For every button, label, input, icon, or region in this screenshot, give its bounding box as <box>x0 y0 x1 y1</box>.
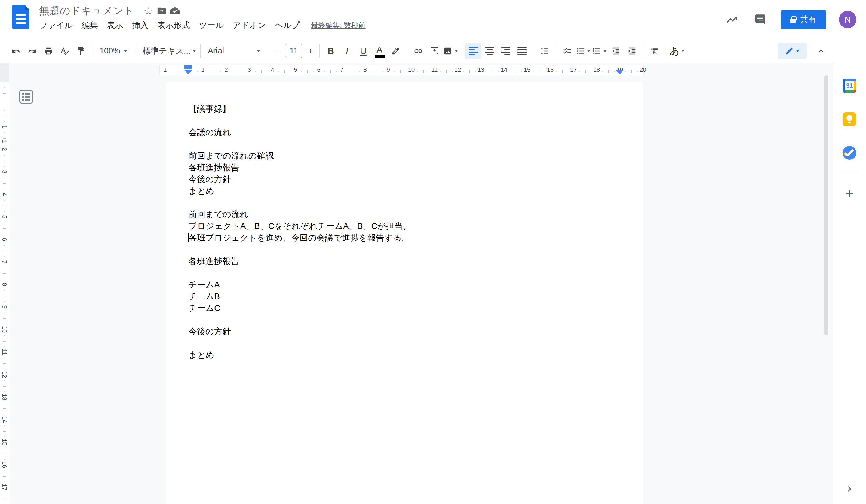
numbered-list-button[interactable] <box>591 43 608 59</box>
ruler-tick <box>562 70 563 73</box>
bulleted-list-button[interactable] <box>575 43 591 59</box>
ruler-tick <box>469 70 470 73</box>
horizontal-ruler-band[interactable]: 1234567891011121314151617181920 <box>160 65 643 75</box>
horizontal-ruler[interactable]: 1234567891011121314151617181920 1 <box>0 64 833 77</box>
menu-item-view[interactable]: 表示 <box>102 19 128 31</box>
tasks-button[interactable] <box>841 144 858 162</box>
doc-line[interactable] <box>189 314 621 325</box>
document-outline-button[interactable] <box>19 90 33 104</box>
doc-line[interactable]: チームC <box>189 302 621 314</box>
open-comments-button[interactable] <box>752 12 768 27</box>
menu-item-format[interactable]: 表示形式 <box>153 19 195 31</box>
undo-button[interactable] <box>8 43 24 59</box>
doc-line[interactable]: 今後の方針 <box>189 325 621 337</box>
chevron-down-icon <box>587 49 591 52</box>
increase-font-size-button[interactable]: + <box>305 44 316 58</box>
doc-line[interactable] <box>189 244 621 255</box>
print-button[interactable] <box>40 43 56 59</box>
ruler-tick <box>4 166 5 167</box>
align-left-button[interactable] <box>465 43 481 59</box>
doc-line[interactable]: まとめ <box>189 349 621 361</box>
document-page[interactable]: 【議事録】会議の流れ前回までの流れの確認各班進捗報告今後の方針まとめ前回までの流… <box>166 82 643 504</box>
share-button[interactable]: 共有 <box>781 10 826 29</box>
ruler-tick <box>516 70 516 73</box>
redo-button[interactable] <box>24 43 40 59</box>
underline-button[interactable]: U <box>355 43 371 59</box>
checklist-button[interactable] <box>559 43 575 59</box>
bold-button[interactable]: B <box>323 43 339 59</box>
decrease-font-size-button[interactable]: − <box>271 44 282 58</box>
hide-side-panel-button[interactable] <box>841 480 858 498</box>
docs-logo-icon[interactable] <box>12 5 30 29</box>
last-edited-link[interactable]: 最終編集: 数秒前 <box>311 20 365 30</box>
align-justify-button[interactable] <box>514 43 530 59</box>
doc-line[interactable]: 前回までの流れの確認 <box>189 150 621 162</box>
document-title[interactable]: 無題のドキュメント <box>39 4 134 18</box>
doc-line[interactable]: チームB <box>189 290 621 302</box>
doc-line[interactable]: 前回までの流れ <box>189 208 621 220</box>
doc-line[interactable] <box>189 337 621 349</box>
vertical-ruler[interactable]: 1 1234567891011121314151617 <box>0 64 9 504</box>
ruler-tick <box>602 71 603 72</box>
italic-button[interactable]: I <box>339 43 355 59</box>
insert-link-button[interactable] <box>410 43 426 59</box>
ruler-tick <box>3 251 6 251</box>
highlight-color-button[interactable] <box>388 43 404 59</box>
menu-item-edit[interactable]: 編集 <box>77 19 102 31</box>
text-color-button[interactable]: A <box>371 43 388 59</box>
ruler-tick <box>4 188 5 189</box>
ruler-tick <box>4 369 5 369</box>
menu-item-file[interactable]: ファイル <box>35 19 77 31</box>
editing-mode-button[interactable] <box>778 43 807 59</box>
ruler-tick <box>3 386 6 387</box>
zoom-select[interactable]: 100% <box>95 43 132 59</box>
avatar[interactable]: N <box>839 11 856 28</box>
line-spacing-button[interactable] <box>536 43 553 59</box>
align-right-button[interactable] <box>498 43 514 59</box>
doc-line[interactable] <box>189 138 621 150</box>
doc-line[interactable]: 会議の流れ <box>189 126 621 138</box>
doc-line[interactable]: まとめ <box>189 185 621 197</box>
toolbar-separator <box>533 44 533 58</box>
doc-line[interactable]: 今後の方針 <box>189 173 621 185</box>
move-to-folder-button[interactable] <box>155 4 168 18</box>
font-size-input[interactable]: 11 <box>285 44 302 58</box>
document-body[interactable]: 【議事録】会議の流れ前回までの流れの確認各班進捗報告今後の方針まとめ前回までの流… <box>166 82 643 361</box>
doc-line[interactable]: 各班進捗報告 <box>189 162 621 173</box>
right-indent-marker[interactable] <box>615 70 624 75</box>
scrollbar-thumb[interactable] <box>824 76 829 335</box>
keep-button[interactable] <box>841 110 858 128</box>
doc-line[interactable]: チームA <box>189 279 621 290</box>
doc-line[interactable]: 各班プロジェクトを進め、今回の会議で進捗を報告する。 <box>189 232 621 244</box>
doc-line[interactable] <box>189 115 621 126</box>
menu-item-help[interactable]: ヘルプ <box>270 19 304 31</box>
align-center-button[interactable] <box>481 43 498 59</box>
document-stats-button[interactable] <box>724 12 740 27</box>
doc-line[interactable]: 【議事録】 <box>189 103 621 115</box>
spellcheck-button[interactable] <box>56 43 73 59</box>
clear-formatting-button[interactable] <box>646 43 663 59</box>
increase-indent-button[interactable] <box>624 43 640 59</box>
hide-menus-button[interactable] <box>813 43 829 59</box>
document-status-button[interactable] <box>168 4 181 18</box>
add-comment-button[interactable] <box>426 43 443 59</box>
decrease-indent-button[interactable] <box>608 43 624 59</box>
doc-line[interactable] <box>189 267 621 279</box>
doc-line[interactable]: 各班進捗報告 <box>189 255 621 267</box>
star-button[interactable]: ☆ <box>142 4 155 18</box>
get-add-ons-button[interactable]: + <box>841 184 858 203</box>
menu-item-insert[interactable]: 挿入 <box>128 19 153 31</box>
menu-item-tools[interactable]: ツール <box>195 19 228 31</box>
first-line-indent-marker[interactable] <box>184 65 192 69</box>
paragraph-style-select[interactable]: 標準テキス... <box>138 43 197 59</box>
input-method-button[interactable]: あ <box>669 43 685 59</box>
font-select[interactable]: Arial <box>203 43 265 59</box>
insert-image-button[interactable] <box>443 43 459 59</box>
left-indent-marker[interactable] <box>184 70 192 75</box>
calendar-button[interactable]: 31 <box>841 77 858 95</box>
doc-line[interactable]: プロジェクトA、B、CをそれぞれチームA、B、Cが担当。 <box>189 220 621 232</box>
menu-item-add-ons[interactable]: アドオン <box>228 19 271 31</box>
header: 無題のドキュメント ☆ ファイル編集表示挿入表示形式ツールアドオンヘルプ 最終編… <box>0 0 866 39</box>
doc-line[interactable] <box>189 197 621 208</box>
paint-format-button[interactable] <box>73 43 89 59</box>
